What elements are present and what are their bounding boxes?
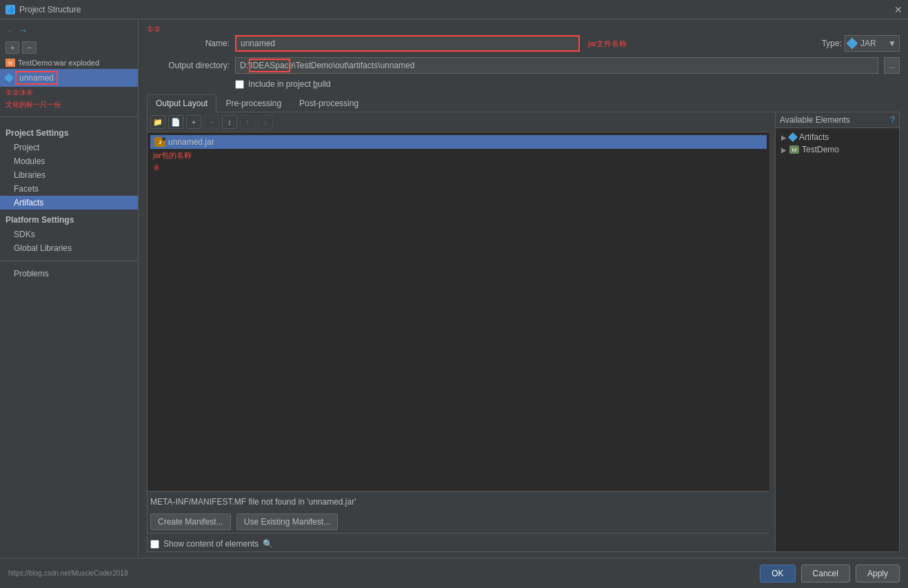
nav-back[interactable]: ← bbox=[6, 25, 15, 36]
right-panel-content: ▶ Artifacts ▶ M TestDemo bbox=[776, 128, 899, 551]
jar-file-icon: J bbox=[154, 137, 165, 147]
main-container: ← → + − W TestDemo:war exploded unnamed … bbox=[0, 19, 908, 558]
jar-file-label: unnamed.jar bbox=[168, 137, 214, 147]
type-dropdown[interactable]: JAR ▼ bbox=[845, 35, 900, 52]
window-title: Project Structure bbox=[19, 5, 81, 14]
platform-settings-header: Platform Settings bbox=[0, 212, 138, 227]
tab-content: 📁 📄 + − ↕ ↑ ↓ J unnamed.jar bbox=[147, 112, 900, 552]
down-btn[interactable]: ↓ bbox=[258, 115, 273, 129]
right-panel: Available Elements ? ▶ Artifacts ▶ M Tes… bbox=[775, 112, 899, 551]
add-artifact-btn[interactable]: + bbox=[6, 41, 19, 54]
project-settings-header: Project Settings bbox=[0, 125, 138, 141]
panel-toolbar: 📁 📄 + − ↕ ↑ ↓ bbox=[148, 112, 769, 132]
artifact-add-remove: + − bbox=[0, 41, 138, 57]
sidebar-item-artifacts[interactable]: Artifacts bbox=[0, 196, 138, 210]
file-btn[interactable]: 📄 bbox=[168, 115, 183, 129]
divider-2 bbox=[0, 261, 138, 261]
available-elements-header: Available Elements ? bbox=[776, 112, 899, 128]
nav-arrows: ← → bbox=[0, 22, 138, 41]
browse-btn[interactable]: ... bbox=[884, 57, 900, 74]
help-icon[interactable]: ? bbox=[890, 115, 895, 125]
show-content-checkbox[interactable] bbox=[150, 540, 159, 549]
output-dir-input[interactable] bbox=[235, 57, 878, 74]
bottom-link: https://blog.csdn.net/MuscleCoder2018 bbox=[8, 569, 128, 577]
tree-artifacts-label: Artifacts bbox=[799, 132, 829, 142]
name-row: Name: jar文件名称 Type: JAR ▼ bbox=[147, 35, 900, 52]
tab-output-layout[interactable]: Output Layout bbox=[147, 94, 216, 112]
sidebar-item-modules[interactable]: Modules bbox=[0, 154, 138, 168]
tabs-bar: Output Layout Pre-processing Post-proces… bbox=[147, 94, 900, 112]
up-btn[interactable]: ↑ bbox=[240, 115, 255, 129]
cancel-button[interactable]: Cancel bbox=[801, 565, 850, 582]
include-build-row: Include in project build bbox=[147, 79, 900, 89]
artifacts-icon bbox=[788, 132, 798, 142]
type-select: Type: JAR ▼ bbox=[822, 35, 900, 52]
create-manifest-btn[interactable]: Create Manifest... bbox=[150, 514, 231, 530]
divider-1 bbox=[0, 116, 138, 117]
artifact-item-war[interactable]: W TestDemo:war exploded bbox=[0, 57, 138, 69]
tree-testdemo-label: TestDemo bbox=[802, 145, 839, 154]
show-content-row: Show content of elements 🔍 bbox=[148, 533, 769, 551]
output-dir-row: Output directory: ⑤ 十一出多 ... bbox=[147, 57, 900, 74]
add-btn[interactable]: + bbox=[186, 115, 201, 129]
app-icon: 🔷 bbox=[6, 5, 15, 14]
file-annotation: jar包的名称 bbox=[150, 149, 767, 162]
number-annotation: ④ bbox=[150, 162, 767, 174]
top-annotation: ①② bbox=[147, 25, 900, 34]
warning-text: META-INF/MANIFEST.MF file not found in '… bbox=[150, 497, 356, 507]
warning-row: META-INF/MANIFEST.MF file not found in '… bbox=[148, 491, 769, 511]
nav-forward[interactable]: → bbox=[18, 25, 28, 36]
type-value: JAR bbox=[860, 39, 876, 48]
bottom-bar: https://blog.csdn.net/MuscleCoder2018 OK… bbox=[0, 558, 908, 588]
remove-artifact-btn[interactable]: − bbox=[22, 41, 36, 54]
file-item-jar[interactable]: J unnamed.jar bbox=[150, 135, 767, 149]
type-label: Type: bbox=[822, 39, 842, 48]
tree-arrow-artifacts: ▶ bbox=[781, 134, 787, 141]
close-button[interactable]: ✕ bbox=[894, 4, 902, 15]
tab-postprocessing[interactable]: Post-processing bbox=[290, 94, 367, 112]
tree-item-artifacts[interactable]: ▶ Artifacts bbox=[778, 131, 896, 143]
sidebar-item-project[interactable]: Project bbox=[0, 141, 138, 154]
panel-content: J unnamed.jar jar包的名称 ④ bbox=[148, 132, 769, 491]
sidebar-item-libraries[interactable]: Libraries bbox=[0, 168, 138, 182]
tab-preprocessing[interactable]: Pre-processing bbox=[216, 94, 290, 112]
include-build-checkbox[interactable] bbox=[235, 80, 244, 89]
diamond-icon bbox=[4, 73, 14, 83]
sidebar-item-problems[interactable]: Problems bbox=[0, 267, 138, 281]
sidebar-item-facets[interactable]: Facets bbox=[0, 182, 138, 196]
artifact-unnamed-label: unnamed bbox=[15, 71, 58, 85]
show-content-icon: 🔍 bbox=[263, 539, 273, 549]
tree-arrow-testdemo: ▶ bbox=[781, 146, 787, 154]
left-panel: 📁 📄 + − ↕ ↑ ↓ J unnamed.jar bbox=[148, 112, 769, 551]
content-area: ①② Name: jar文件名称 Type: JAR ▼ Output dire… bbox=[139, 19, 908, 558]
artifact-war-label: TestDemo:war exploded bbox=[18, 59, 99, 67]
name-label: Name: bbox=[147, 39, 230, 48]
annotation-numbered: ①②③④ bbox=[0, 87, 138, 99]
name-input[interactable] bbox=[235, 35, 580, 52]
use-existing-manifest-btn[interactable]: Use Existing Manifest... bbox=[236, 514, 338, 530]
annotation-multitext: 文化的标一只一份 bbox=[0, 99, 138, 111]
artifact-item-unnamed[interactable]: unnamed bbox=[0, 69, 138, 87]
tree-item-testdemo[interactable]: ▶ M TestDemo bbox=[778, 143, 896, 156]
sidebar: ← → + − W TestDemo:war exploded unnamed … bbox=[0, 19, 139, 558]
output-dir-label: Output directory: bbox=[147, 61, 230, 70]
show-content-label: Show content of elements bbox=[163, 539, 259, 549]
jar-type-icon bbox=[847, 38, 858, 50]
manifest-buttons: Create Manifest... Use Existing Manifest… bbox=[148, 511, 769, 533]
name-annotation: jar文件名称 bbox=[588, 39, 627, 49]
sidebar-item-sdks[interactable]: SDKs bbox=[0, 227, 138, 241]
war-icon: W bbox=[6, 59, 15, 67]
output-dir-wrapper: ⑤ 十一出多 bbox=[235, 57, 878, 74]
remove-btn[interactable]: − bbox=[204, 115, 219, 129]
apply-button[interactable]: Apply bbox=[856, 565, 900, 582]
title-bar: 🔷 Project Structure ✕ bbox=[0, 0, 908, 19]
dropdown-arrow: ▼ bbox=[888, 39, 896, 48]
sort-btn[interactable]: ↕ bbox=[222, 115, 237, 129]
ok-button[interactable]: OK bbox=[760, 565, 795, 582]
sidebar-item-global-libs[interactable]: Global Libraries bbox=[0, 241, 138, 255]
folder-btn[interactable]: 📁 bbox=[150, 115, 165, 129]
available-elements-label: Available Elements bbox=[780, 115, 850, 125]
unnamed-icon-wrapper bbox=[6, 74, 12, 81]
include-build-label: Include in project build bbox=[248, 79, 330, 89]
module-icon: M bbox=[789, 145, 799, 154]
